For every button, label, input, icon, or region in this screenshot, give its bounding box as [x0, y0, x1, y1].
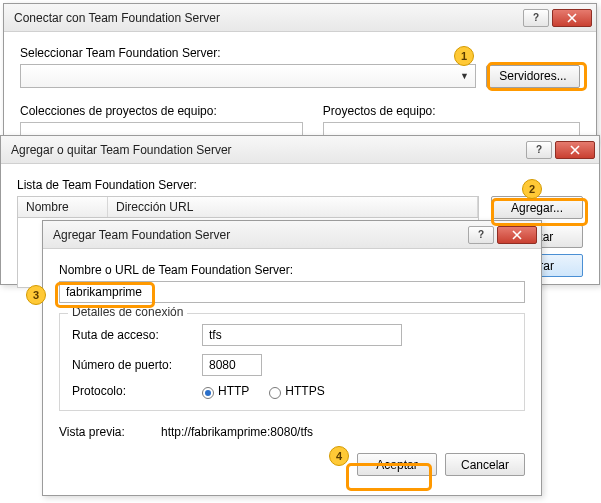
port-input[interactable]: 8080 [202, 354, 262, 376]
projects-label: Proyectos de equipo: [323, 104, 580, 118]
titlebar[interactable]: Conectar con Team Foundation Server ? [4, 4, 596, 32]
preview-value: http://fabrikamprime:8080/tfs [161, 425, 313, 439]
ok-button[interactable]: Aceptar [357, 453, 437, 476]
help-button[interactable]: ? [468, 226, 494, 244]
select-server-label: Seleccionar Team Foundation Server: [20, 46, 580, 60]
server-name-value: fabrikamprime [66, 285, 142, 299]
close-icon[interactable] [497, 226, 537, 244]
cancel-button[interactable]: Cancelar [445, 453, 525, 476]
help-button[interactable]: ? [526, 141, 552, 159]
server-list-label: Lista de Team Foundation Server: [17, 178, 583, 192]
column-url[interactable]: Dirección URL [108, 197, 478, 217]
path-value: tfs [209, 328, 222, 342]
collections-label: Colecciones de proyectos de equipo: [20, 104, 303, 118]
add-button[interactable]: Agregar... [491, 196, 583, 219]
dialog-connect-tfs: Conectar con Team Foundation Server ? Se… [3, 3, 597, 143]
preview-label: Vista previa: [59, 425, 161, 439]
callout-4: 4 [329, 446, 349, 466]
servers-button[interactable]: Servidores... [486, 65, 580, 88]
dialog-title: Agregar Team Foundation Server [53, 228, 468, 242]
dialog-add-tfs: Agregar Team Foundation Server ? Nombre … [42, 220, 542, 496]
titlebar[interactable]: Agregar o quitar Team Foundation Server … [1, 136, 599, 164]
protocol-http-label: HTTP [218, 384, 249, 398]
callout-3: 3 [26, 285, 46, 305]
close-icon[interactable] [555, 141, 595, 159]
server-table-header: Nombre Dirección URL [17, 196, 479, 218]
port-value: 8080 [209, 358, 236, 372]
column-name[interactable]: Nombre [18, 197, 108, 217]
server-name-input[interactable]: fabrikamprime [59, 281, 525, 303]
server-combobox[interactable]: ▼ [20, 64, 476, 88]
dialog-title: Agregar o quitar Team Foundation Server [11, 143, 526, 157]
path-input[interactable]: tfs [202, 324, 402, 346]
chevron-down-icon: ▼ [460, 71, 469, 81]
server-name-label: Nombre o URL de Team Foundation Server: [59, 263, 525, 277]
path-label: Ruta de acceso: [72, 328, 202, 342]
close-icon[interactable] [552, 9, 592, 27]
callout-1: 1 [454, 46, 474, 66]
titlebar[interactable]: Agregar Team Foundation Server ? [43, 221, 541, 249]
protocol-https-label: HTTPS [285, 384, 324, 398]
connection-details-legend: Detalles de conexión [68, 305, 187, 319]
protocol-label: Protocolo: [72, 384, 202, 398]
connection-details-group: Detalles de conexión Ruta de acceso: tfs… [59, 313, 525, 411]
protocol-https-radio[interactable] [269, 387, 281, 399]
dialog-title: Conectar con Team Foundation Server [14, 11, 523, 25]
port-label: Número de puerto: [72, 358, 202, 372]
protocol-http-radio[interactable] [202, 387, 214, 399]
help-button[interactable]: ? [523, 9, 549, 27]
callout-2: 2 [522, 179, 542, 199]
